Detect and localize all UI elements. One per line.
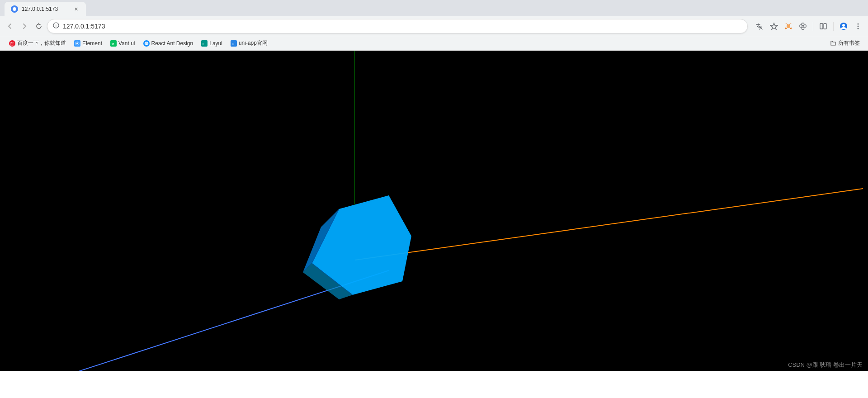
bookmark-layui-label: Layui (209, 40, 222, 47)
svg-text:L: L (203, 42, 205, 46)
svg-text:百: 百 (10, 42, 14, 46)
address-bar[interactable]: i 127.0.0.1:5173 (47, 19, 748, 33)
layui-favicon: L (201, 40, 208, 47)
split-screen-icon[interactable] (817, 20, 830, 33)
bookmark-baidu-label: 百度一下，你就知道 (17, 39, 66, 47)
bookmark-vant-label: Vant ui (118, 40, 135, 47)
tab-favicon (11, 5, 18, 13)
bookmark-vant[interactable]: V Vant ui (107, 38, 138, 48)
svg-point-13 (858, 25, 859, 27)
bookmark-star-icon[interactable] (768, 20, 780, 33)
bookmark-react-ant[interactable]: React Ant Design (140, 38, 197, 48)
svg-text:V: V (112, 42, 114, 46)
metamask-icon[interactable] (782, 20, 795, 33)
translate-icon[interactable] (753, 20, 766, 33)
browser-tab[interactable]: 127.0.0.1:5173 ✕ (5, 2, 86, 16)
3d-scene: CSDN @跟 耿瑞 卷出一片天 (0, 51, 868, 371)
svg-point-21 (146, 43, 147, 44)
react-ant-favicon (143, 40, 150, 47)
back-button[interactable] (4, 20, 16, 33)
profile-icon[interactable] (837, 20, 850, 33)
bookmark-layui[interactable]: L Layui (198, 38, 226, 48)
watermark-text: CSDN @跟 耿瑞 卷出一片天 (788, 361, 863, 369)
bookmark-react-ant-label: React Ant Design (151, 40, 193, 47)
svg-text:U: U (232, 43, 234, 46)
browser-chrome: 127.0.0.1:5173 ✕ i 127.0.0.1:5173 (0, 0, 868, 51)
refresh-button[interactable] (33, 20, 45, 33)
svg-rect-9 (824, 24, 826, 29)
svg-point-12 (858, 23, 859, 24)
svg-point-14 (858, 28, 859, 29)
separator (813, 22, 813, 31)
menu-button[interactable] (852, 20, 864, 33)
element-favicon (74, 40, 80, 47)
bookmark-baidu[interactable]: 百 百度一下，你就知道 (5, 38, 70, 49)
svg-rect-7 (802, 27, 804, 29)
svg-rect-8 (820, 24, 823, 29)
z-axis-line (355, 188, 863, 261)
vant-favicon: V (110, 40, 117, 47)
lock-icon: i (53, 22, 59, 30)
svg-point-11 (842, 24, 845, 27)
navigation-bar: i 127.0.0.1:5173 (0, 16, 868, 36)
svg-point-16 (76, 43, 78, 44)
baidu-favicon: 百 (9, 40, 15, 47)
nav-icons-group (753, 20, 864, 33)
tab-close-button[interactable]: ✕ (72, 5, 80, 13)
bookmark-uni-app-label: uni-app官网 (239, 39, 268, 47)
bookmark-element-label: Element (82, 40, 102, 47)
extensions-icon[interactable] (797, 20, 809, 33)
bookmarks-right-section: 所有书签 (827, 38, 863, 49)
forward-button[interactable] (18, 20, 31, 33)
svg-point-0 (13, 7, 16, 11)
separator-2 (833, 22, 834, 31)
tab-title: 127.0.0.1:5173 (22, 6, 69, 12)
bookmark-element[interactable]: Element (71, 38, 106, 48)
all-bookmarks-label: 所有书签 (838, 39, 860, 47)
svg-point-3 (787, 24, 790, 28)
uni-app-favicon: U (231, 40, 237, 47)
all-bookmarks-button[interactable]: 所有书签 (827, 38, 863, 49)
y-axis-line (354, 51, 354, 204)
url-display: 127.0.0.1:5173 (63, 23, 742, 30)
svg-text:i: i (56, 24, 57, 28)
tab-bar: 127.0.0.1:5173 ✕ (0, 0, 868, 16)
bookmark-uni-app[interactable]: U uni-app官网 (227, 38, 271, 49)
3d-cube (285, 182, 425, 313)
bookmarks-bar: 百 百度一下，你就知道 Element V Vant ui (0, 36, 868, 51)
